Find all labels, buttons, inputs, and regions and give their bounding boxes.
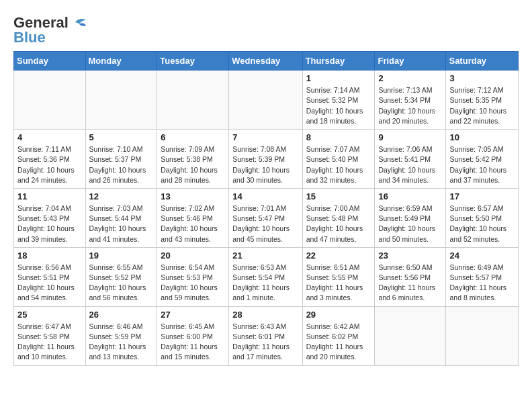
calendar-cell [229, 71, 302, 130]
calendar-cell: 27Sunrise: 6:45 AMSunset: 6:00 PMDayligh… [157, 306, 229, 365]
calendar-cell: 11Sunrise: 7:04 AMSunset: 5:43 PMDayligh… [14, 188, 86, 247]
day-info: Sunrise: 7:01 AMSunset: 5:47 PMDaylight:… [232, 203, 298, 244]
logo: General Blue [13, 13, 89, 46]
calendar-cell: 18Sunrise: 6:56 AMSunset: 5:51 PMDayligh… [14, 247, 86, 306]
day-info: Sunrise: 6:43 AMSunset: 6:01 PMDaylight:… [232, 322, 298, 363]
day-number: 5 [89, 132, 154, 142]
day-number: 14 [232, 191, 298, 201]
day-info: Sunrise: 6:56 AMSunset: 5:51 PMDaylight:… [17, 263, 82, 304]
calendar-cell: 21Sunrise: 6:53 AMSunset: 5:54 PMDayligh… [229, 247, 302, 306]
calendar-cell: 20Sunrise: 6:54 AMSunset: 5:53 PMDayligh… [157, 247, 229, 306]
day-number: 18 [17, 250, 82, 261]
day-info: Sunrise: 6:47 AMSunset: 5:58 PMDaylight:… [17, 322, 82, 363]
calendar-cell [85, 71, 157, 130]
calendar-cell: 17Sunrise: 6:57 AMSunset: 5:50 PMDayligh… [446, 188, 519, 247]
calendar-week-row: 25Sunrise: 6:47 AMSunset: 5:58 PMDayligh… [14, 306, 519, 365]
calendar-cell: 26Sunrise: 6:46 AMSunset: 5:59 PMDayligh… [85, 306, 157, 365]
calendar-cell [375, 306, 446, 365]
calendar-cell: 7Sunrise: 7:08 AMSunset: 5:39 PMDaylight… [229, 130, 302, 189]
day-info: Sunrise: 7:00 AMSunset: 5:48 PMDaylight:… [306, 203, 371, 244]
calendar-cell: 24Sunrise: 6:49 AMSunset: 5:57 PMDayligh… [446, 247, 519, 306]
day-info: Sunrise: 6:46 AMSunset: 5:59 PMDaylight:… [89, 322, 154, 363]
day-number: 7 [232, 132, 298, 142]
day-info: Sunrise: 7:10 AMSunset: 5:37 PMDaylight:… [89, 144, 154, 185]
page-header: General Blue [13, 11, 519, 46]
logo-bird-icon [70, 13, 89, 32]
day-info: Sunrise: 7:02 AMSunset: 5:46 PMDaylight:… [161, 203, 225, 244]
day-info: Sunrise: 6:45 AMSunset: 6:00 PMDaylight:… [161, 322, 225, 363]
day-number: 2 [378, 73, 442, 83]
logo-text-blue: Blue [13, 30, 46, 46]
day-info: Sunrise: 6:51 AMSunset: 5:55 PMDaylight:… [306, 263, 371, 304]
column-header-thursday: Thursday [302, 52, 375, 71]
calendar-table: SundayMondayTuesdayWednesdayThursdayFrid… [13, 51, 519, 365]
day-info: Sunrise: 6:49 AMSunset: 5:57 PMDaylight:… [449, 263, 515, 304]
day-number: 11 [17, 191, 82, 201]
day-info: Sunrise: 6:57 AMSunset: 5:50 PMDaylight:… [449, 203, 515, 244]
day-info: Sunrise: 7:11 AMSunset: 5:36 PMDaylight:… [17, 144, 82, 185]
calendar-cell [157, 71, 229, 130]
day-info: Sunrise: 7:03 AMSunset: 5:44 PMDaylight:… [89, 203, 154, 244]
day-info: Sunrise: 6:55 AMSunset: 5:52 PMDaylight:… [89, 263, 154, 304]
calendar-cell: 12Sunrise: 7:03 AMSunset: 5:44 PMDayligh… [85, 188, 157, 247]
day-number: 29 [306, 310, 371, 320]
day-number: 24 [449, 250, 515, 261]
calendar-cell: 14Sunrise: 7:01 AMSunset: 5:47 PMDayligh… [229, 188, 302, 247]
column-header-wednesday: Wednesday [229, 52, 302, 71]
calendar-cell: 29Sunrise: 6:42 AMSunset: 6:02 PMDayligh… [302, 306, 375, 365]
calendar-cell: 23Sunrise: 6:50 AMSunset: 5:56 PMDayligh… [375, 247, 446, 306]
day-number: 3 [449, 73, 515, 83]
calendar-cell: 13Sunrise: 7:02 AMSunset: 5:46 PMDayligh… [157, 188, 229, 247]
day-number: 20 [161, 250, 225, 261]
calendar-cell: 8Sunrise: 7:07 AMSunset: 5:40 PMDaylight… [302, 130, 375, 189]
calendar-cell: 3Sunrise: 7:12 AMSunset: 5:35 PMDaylight… [446, 71, 519, 130]
column-header-sunday: Sunday [14, 52, 86, 71]
day-number: 15 [306, 191, 371, 201]
day-number: 23 [378, 250, 442, 261]
day-number: 28 [232, 310, 298, 320]
day-number: 19 [89, 250, 154, 261]
day-info: Sunrise: 6:53 AMSunset: 5:54 PMDaylight:… [232, 263, 298, 304]
day-info: Sunrise: 6:54 AMSunset: 5:53 PMDaylight:… [161, 263, 225, 304]
calendar-cell: 1Sunrise: 7:14 AMSunset: 5:32 PMDaylight… [302, 71, 375, 130]
column-header-friday: Friday [375, 52, 446, 71]
day-number: 13 [161, 191, 225, 201]
column-header-monday: Monday [85, 52, 157, 71]
calendar-cell: 9Sunrise: 7:06 AMSunset: 5:41 PMDaylight… [375, 130, 446, 189]
day-number: 10 [449, 132, 515, 142]
day-info: Sunrise: 7:08 AMSunset: 5:39 PMDaylight:… [232, 144, 298, 185]
day-number: 21 [232, 250, 298, 261]
day-number: 22 [306, 250, 371, 261]
column-header-saturday: Saturday [446, 52, 519, 71]
day-number: 25 [17, 310, 82, 320]
calendar-cell: 10Sunrise: 7:05 AMSunset: 5:42 PMDayligh… [446, 130, 519, 189]
calendar-cell [446, 306, 519, 365]
day-number: 8 [306, 132, 371, 142]
day-number: 16 [378, 191, 442, 201]
column-header-tuesday: Tuesday [157, 52, 229, 71]
calendar-cell: 6Sunrise: 7:09 AMSunset: 5:38 PMDaylight… [157, 130, 229, 189]
day-number: 26 [89, 310, 154, 320]
calendar-week-row: 1Sunrise: 7:14 AMSunset: 5:32 PMDaylight… [14, 71, 519, 130]
day-number: 27 [161, 310, 225, 320]
calendar-cell: 15Sunrise: 7:00 AMSunset: 5:48 PMDayligh… [302, 188, 375, 247]
day-number: 4 [17, 132, 82, 142]
day-number: 17 [449, 191, 515, 201]
calendar-cell [14, 71, 86, 130]
calendar-cell: 4Sunrise: 7:11 AMSunset: 5:36 PMDaylight… [14, 130, 86, 189]
day-info: Sunrise: 7:14 AMSunset: 5:32 PMDaylight:… [306, 85, 371, 126]
day-number: 12 [89, 191, 154, 201]
day-info: Sunrise: 7:05 AMSunset: 5:42 PMDaylight:… [449, 144, 515, 185]
calendar-cell: 5Sunrise: 7:10 AMSunset: 5:37 PMDaylight… [85, 130, 157, 189]
day-info: Sunrise: 7:06 AMSunset: 5:41 PMDaylight:… [378, 144, 442, 185]
calendar-week-row: 18Sunrise: 6:56 AMSunset: 5:51 PMDayligh… [14, 247, 519, 306]
day-number: 6 [161, 132, 225, 142]
calendar-cell: 2Sunrise: 7:13 AMSunset: 5:34 PMDaylight… [375, 71, 446, 130]
calendar-week-row: 11Sunrise: 7:04 AMSunset: 5:43 PMDayligh… [14, 188, 519, 247]
calendar-cell: 16Sunrise: 6:59 AMSunset: 5:49 PMDayligh… [375, 188, 446, 247]
day-number: 9 [378, 132, 442, 142]
calendar-cell: 25Sunrise: 6:47 AMSunset: 5:58 PMDayligh… [14, 306, 86, 365]
day-info: Sunrise: 6:59 AMSunset: 5:49 PMDaylight:… [378, 203, 442, 244]
calendar-week-row: 4Sunrise: 7:11 AMSunset: 5:36 PMDaylight… [14, 130, 519, 189]
calendar-cell: 22Sunrise: 6:51 AMSunset: 5:55 PMDayligh… [302, 247, 375, 306]
